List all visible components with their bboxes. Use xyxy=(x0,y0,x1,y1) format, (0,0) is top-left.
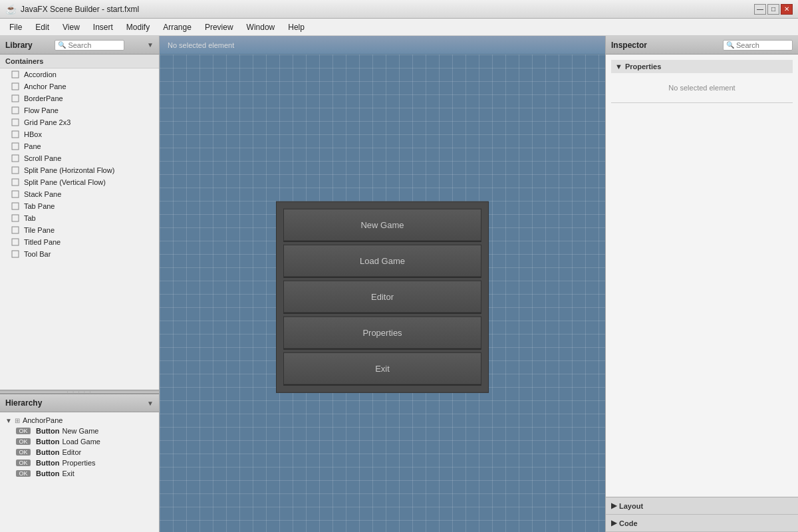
container-icon xyxy=(11,249,20,259)
game-button-editor[interactable]: Editor xyxy=(283,281,481,314)
menu-item-insert[interactable]: Insert xyxy=(86,21,120,34)
svg-rect-13 xyxy=(12,227,19,233)
library-search-input[interactable] xyxy=(68,41,121,49)
library-item-stack-pane[interactable]: Stack Pane xyxy=(0,188,159,200)
library-item-tool-bar[interactable]: Tool Bar xyxy=(0,248,159,260)
tree-expand-icon: ▼ xyxy=(5,417,12,424)
library-item-label: Grid Pane 2x3 xyxy=(24,118,70,126)
menu-item-window[interactable]: Window xyxy=(240,21,282,34)
svg-rect-8 xyxy=(12,167,19,174)
menu-item-view[interactable]: View xyxy=(56,21,86,34)
anchor-pane-container: New GameLoad GameEditorPropertiesExit xyxy=(276,201,489,393)
container-icon xyxy=(11,190,20,199)
library-item-split-pane-(vertical-flow)[interactable]: Split Pane (Vertical Flow) xyxy=(0,176,159,188)
menu-item-modify[interactable]: Modify xyxy=(120,21,156,34)
inspector-content: ▼ Properties No selected element xyxy=(606,55,798,497)
containers-section-header: Containers xyxy=(0,55,159,68)
hierarchy-item-name: Properties xyxy=(62,459,95,467)
library-item-anchor-pane[interactable]: Anchor Pane xyxy=(0,80,159,92)
library-item-tab[interactable]: Tab xyxy=(0,212,159,224)
library-title: Library xyxy=(5,41,33,50)
titlebar-controls: — □ ✕ xyxy=(754,4,793,15)
game-button-new-game[interactable]: New Game xyxy=(283,209,481,242)
menubar: FileEditViewInsertModifyArrangePreviewWi… xyxy=(0,19,798,36)
hierarchy-item-load-game[interactable]: OKButton Load Game xyxy=(0,436,159,447)
maximize-button[interactable]: □ xyxy=(767,4,779,15)
hierarchy-badge: OK xyxy=(16,449,31,456)
hierarchy-item-properties[interactable]: OKButton Properties xyxy=(0,458,159,468)
layout-section-header[interactable]: ▶ Layout xyxy=(606,497,798,515)
properties-section-header[interactable]: ▼ Properties xyxy=(611,60,793,73)
library-item-split-pane-(horizontal-flow)[interactable]: Split Pane (Horizontal Flow) xyxy=(0,164,159,176)
folder-icon: ⊞ xyxy=(15,417,20,424)
hierarchy-item-anchorpane[interactable]: ▼ ⊞ AnchorPane xyxy=(0,415,159,426)
library-item-label: Tab Pane xyxy=(24,202,55,210)
code-expand-icon: ▶ xyxy=(611,519,616,527)
app-title: JavaFX Scene Builder - start.fxml xyxy=(21,5,139,14)
hierarchy-badge: OK xyxy=(16,470,31,477)
menu-item-file[interactable]: File xyxy=(3,21,29,34)
close-button[interactable]: ✕ xyxy=(781,4,793,15)
svg-rect-10 xyxy=(12,191,19,198)
library-item-label: Scroll Pane xyxy=(24,154,61,162)
hierarchy-badge: OK xyxy=(16,428,31,434)
game-button-load-game[interactable]: Load Game xyxy=(283,245,481,278)
library-header: Library 🔍 ▼ xyxy=(0,36,159,55)
hierarchy-title: Hierarchy xyxy=(5,398,42,408)
properties-expand-icon: ▼ xyxy=(615,63,622,70)
inspector-panel: Inspector 🔍 ▼ Properties No selected ele… xyxy=(605,36,798,532)
library-item-label: Pane xyxy=(24,142,41,150)
svg-rect-5 xyxy=(12,131,19,138)
search-icon: 🔍 xyxy=(58,41,66,49)
hierarchy-item-name: Editor xyxy=(62,448,81,456)
container-icon xyxy=(11,201,20,211)
library-item-hbox[interactable]: HBox xyxy=(0,128,159,140)
library-dropdown-icon[interactable]: ▼ xyxy=(147,41,154,49)
hierarchy-badge: OK xyxy=(16,438,31,445)
svg-rect-15 xyxy=(12,251,19,257)
hierarchy-item-editor[interactable]: OKButton Editor xyxy=(0,447,159,458)
library-item-titled-pane[interactable]: Titled Pane xyxy=(0,236,159,248)
canvas-area: No selected element New GameLoad GameEdi… xyxy=(160,36,605,532)
hierarchy-item-type: Button xyxy=(36,427,59,435)
svg-rect-11 xyxy=(12,203,19,209)
code-section-header[interactable]: ▶ Code xyxy=(606,515,798,532)
library-item-tile-pane[interactable]: Tile Pane xyxy=(0,224,159,236)
container-icon xyxy=(11,178,20,187)
menu-item-preview[interactable]: Preview xyxy=(198,21,240,34)
hierarchy-item-exit[interactable]: OKButton Exit xyxy=(0,468,159,479)
library-item-scroll-pane[interactable]: Scroll Pane xyxy=(0,152,159,164)
hierarchy-dropdown-icon[interactable]: ▼ xyxy=(147,400,154,407)
library-search-box[interactable]: 🔍 xyxy=(55,40,124,51)
library-item-label: Split Pane (Vertical Flow) xyxy=(24,178,106,186)
properties-section: ▼ Properties No selected element xyxy=(611,60,793,103)
container-icon xyxy=(11,154,20,163)
library-item-grid-pane-2x3[interactable]: Grid Pane 2x3 xyxy=(0,116,159,128)
menu-item-edit[interactable]: Edit xyxy=(29,21,56,34)
game-button-properties[interactable]: Properties xyxy=(283,317,481,350)
inspector-search-box[interactable]: 🔍 xyxy=(723,40,793,51)
library-item-flow-pane[interactable]: Flow Pane xyxy=(0,104,159,116)
library-item-tab-pane[interactable]: Tab Pane xyxy=(0,200,159,212)
svg-rect-6 xyxy=(12,143,19,150)
canvas-body[interactable]: New GameLoad GameEditorPropertiesExit xyxy=(160,55,605,532)
library-item-borderpane[interactable]: BorderPane xyxy=(0,92,159,104)
menu-item-help[interactable]: Help xyxy=(281,21,311,34)
hierarchy-item-name: Exit xyxy=(62,469,74,477)
canvas-toolbar: No selected element xyxy=(160,36,605,55)
library-item-label: BorderPane xyxy=(24,94,63,102)
hierarchy-item-name: New Game xyxy=(62,427,98,435)
container-icon xyxy=(11,70,20,79)
container-icon xyxy=(11,166,20,175)
main-layout: Library 🔍 ▼ Containers AccordionAnchor P… xyxy=(0,36,798,532)
menu-item-arrange[interactable]: Arrange xyxy=(156,21,198,34)
minimize-button[interactable]: — xyxy=(754,4,766,15)
library-item-pane[interactable]: Pane xyxy=(0,140,159,152)
inspector-search-input[interactable] xyxy=(736,41,789,49)
svg-rect-12 xyxy=(12,215,19,221)
library-item-accordion[interactable]: Accordion xyxy=(0,68,159,80)
svg-rect-0 xyxy=(12,71,19,78)
app-icon: ☕ xyxy=(5,4,17,15)
hierarchy-item-new-game[interactable]: OKButton New Game xyxy=(0,426,159,436)
game-button-exit[interactable]: Exit xyxy=(283,352,481,386)
